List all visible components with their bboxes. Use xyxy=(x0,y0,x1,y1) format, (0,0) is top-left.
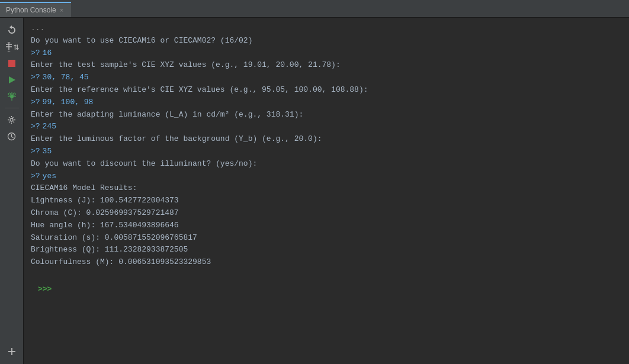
svg-point-9 xyxy=(10,118,13,121)
prompt-marker-4: >? xyxy=(31,121,40,133)
add-button[interactable] xyxy=(3,344,21,359)
result-colourfulness: Colourfulness (M): 0.006531093523329853 xyxy=(31,256,622,269)
console-input-1: >? 16 xyxy=(31,47,622,60)
toolbar: ⇅ xyxy=(0,18,24,364)
input-value-3: 99, 100, 98 xyxy=(43,96,94,109)
prompt-marker-1: >? xyxy=(31,47,40,60)
result-chroma: Chroma (C): 0.025969937529721487 xyxy=(31,207,622,220)
console-input-4: >? 245 xyxy=(31,121,622,133)
console-input-6: >? yes xyxy=(31,170,622,183)
input-value-4: 245 xyxy=(43,121,56,133)
prompt-marker-6: >? xyxy=(31,170,40,183)
console-input-3: >? 99, 100, 98 xyxy=(31,96,622,109)
input-value-6: yes xyxy=(43,170,56,183)
prompt-marker-5: >? xyxy=(31,146,40,158)
svg-point-4 xyxy=(13,93,15,95)
active-prompt-line[interactable]: >>> xyxy=(31,281,622,301)
svg-rect-0 xyxy=(8,60,15,67)
result-lightness: Lightness (J): 100.5427722004373 xyxy=(31,195,622,207)
input-value-2: 30, 78, 45 xyxy=(43,72,89,84)
debug-button[interactable] xyxy=(3,89,21,104)
tab-label: Python Console xyxy=(6,6,56,14)
tab-bar: Python Console × xyxy=(0,0,629,18)
result-hue: Hue angle (h): 167.5340493896646 xyxy=(31,220,622,232)
svg-point-3 xyxy=(8,93,11,95)
python-console-tab[interactable]: Python Console × xyxy=(0,2,71,17)
prompt-marker-2: >? xyxy=(31,72,40,84)
stop-button[interactable] xyxy=(3,56,21,71)
result-saturation: Saturation (s): 0.005871552096765817 xyxy=(31,232,622,244)
prompt-marker-3: >? xyxy=(31,96,40,109)
history-button[interactable] xyxy=(3,128,21,144)
restart-button[interactable] xyxy=(3,22,21,38)
console-line-5: Enter the luminous factor of the backgro… xyxy=(31,133,622,146)
main-area: ⇅ xyxy=(0,18,629,364)
input-value-1: 16 xyxy=(43,47,52,60)
console-input-2: >? 30, 78, 45 xyxy=(31,72,622,84)
console-line-2: Enter the test sample's CIE XYZ values (… xyxy=(31,59,622,72)
active-prompt-marker: >>> xyxy=(38,284,52,296)
console-ellipsis: ... xyxy=(31,22,622,35)
console-area[interactable]: ... Do you want to use CIECAM16 or CIECA… xyxy=(24,18,629,364)
toolbar-divider-1 xyxy=(5,108,19,108)
input-value-5: 35 xyxy=(43,146,52,158)
console-input-5: >? 35 xyxy=(31,146,622,158)
run-button[interactable] xyxy=(3,72,21,88)
console-line-6: Do you want to discount the illuminant? … xyxy=(31,158,622,170)
console-line-3: Enter the reference white's CIE XYZ valu… xyxy=(31,84,622,96)
svg-point-2 xyxy=(10,95,14,98)
console-line-4: Enter the adapting luminance (L_A) in cd… xyxy=(31,109,622,121)
empty-line xyxy=(31,269,622,281)
tab-close-button[interactable]: × xyxy=(60,7,63,14)
console-line-1: Do you want to use CIECAM16 or CIECAM02?… xyxy=(31,35,622,47)
result-brightness: Brightness (Q): 111.23282933872505 xyxy=(31,244,622,256)
result-header: CIECAM16 Model Results: xyxy=(31,182,622,195)
svg-marker-1 xyxy=(9,76,15,83)
settings-button[interactable] xyxy=(3,112,21,127)
rerun-button[interactable]: ⇅ xyxy=(3,39,21,54)
